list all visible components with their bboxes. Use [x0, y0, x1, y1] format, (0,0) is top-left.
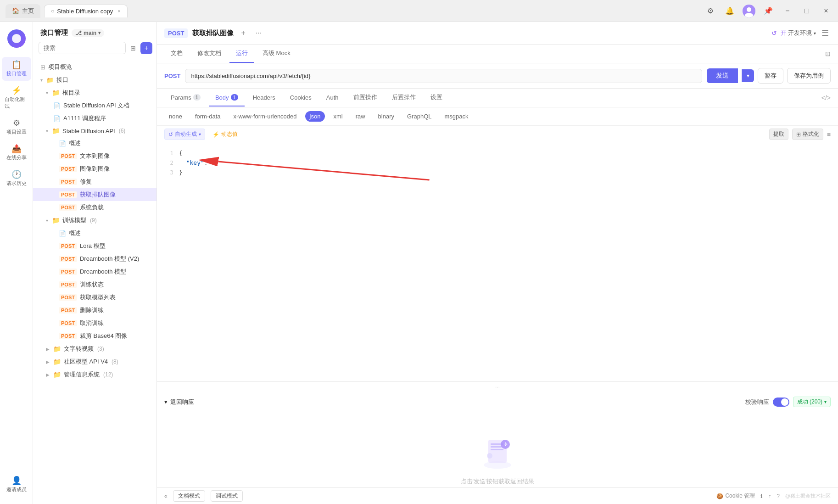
sidebar-item-auto-test[interactable]: ⚡ 自动化测试	[2, 83, 31, 113]
maximize-btn[interactable]: □	[800, 5, 813, 17]
tab-edit-docs[interactable]: 修改文档	[191, 45, 228, 63]
filter-icon[interactable]: ⊞	[128, 43, 138, 54]
tree-item-mgmt-system[interactable]: ▶ 📁 管理信息系统 (12)	[33, 368, 156, 381]
send-dropdown-btn[interactable]: ▾	[742, 69, 754, 82]
extract-button[interactable]: 提取	[769, 129, 788, 140]
subtab-raw[interactable]: raw	[351, 111, 370, 122]
sidebar-item-api-mgmt[interactable]: 📋 接口管理	[2, 57, 31, 81]
svg-point-9	[487, 453, 492, 459]
info-icon[interactable]: ℹ	[760, 493, 763, 499]
tab-headers[interactable]: Headers	[246, 90, 282, 106]
tab-advanced-mock[interactable]: 高级 Mock	[256, 45, 297, 63]
url-input[interactable]	[185, 69, 702, 83]
tree-item-text-to-image[interactable]: POST 文本到图像	[33, 150, 156, 162]
tree-item-lora[interactable]: POST Lora 模型	[33, 240, 156, 252]
subtab-x-www-form-urlencoded[interactable]: x-www-form-urlencoded	[229, 111, 302, 122]
tree-item-crop-base64[interactable]: POST 裁剪 Base64 图像	[33, 330, 156, 342]
tree-item-text-to-video[interactable]: ▶ 📁 文字转视频 (3)	[33, 342, 156, 355]
env-refresh-icon[interactable]: ↺	[771, 29, 777, 37]
tab-body[interactable]: Body 1	[209, 90, 245, 106]
tree-item-get-model-list[interactable]: POST 获取模型列表	[33, 291, 156, 304]
tab-run[interactable]: 运行	[229, 45, 254, 63]
settings-icon[interactable]: ⚙	[704, 5, 717, 17]
tree-item-community-api[interactable]: ▶ 📁 社区模型 API V4 (8)	[33, 355, 156, 368]
tree-item-train-status[interactable]: POST 训练状态	[33, 278, 156, 291]
tree-item-dreambooth[interactable]: POST Dreambooth 模型	[33, 265, 156, 278]
subtab-xml[interactable]: xml	[329, 111, 347, 122]
tree-item-overview2[interactable]: 📄 概述	[33, 227, 156, 240]
search-input[interactable]	[39, 42, 126, 54]
tree-item-delete-train[interactable]: POST 删除训练	[33, 304, 156, 317]
tab-active[interactable]: ○ Stable Diffusion copy ×	[44, 5, 128, 17]
tree-item-system-load[interactable]: POST 系统负载	[33, 201, 156, 214]
tab-post-ops[interactable]: 后置操作	[385, 89, 422, 107]
add-button[interactable]: +	[140, 42, 152, 54]
send-button[interactable]: 发送	[707, 68, 738, 83]
add-tab-btn[interactable]: +	[238, 27, 248, 39]
subtab-msgpack[interactable]: msgpack	[440, 111, 473, 122]
post-badge-fetch-queue: POST	[59, 191, 77, 198]
tree-item-a1111[interactable]: 📄 A1111 调度程序	[33, 112, 156, 125]
subtab-none[interactable]: none	[164, 111, 187, 122]
tab-close-icon[interactable]: ×	[117, 8, 120, 14]
tab-pre-ops[interactable]: 前置操作	[347, 89, 384, 107]
code-toggle-icon[interactable]: </>	[821, 94, 831, 101]
more-btn[interactable]: ···	[253, 27, 264, 39]
tab-home[interactable]: 🏠 主页	[6, 4, 40, 18]
bell-icon[interactable]: 🔔	[723, 5, 736, 17]
tree-item-fetch-queue[interactable]: POST 获取排队图像	[33, 188, 156, 201]
env-selector[interactable]: 开 开发环境 ▾	[781, 29, 816, 37]
auto-gen-button[interactable]: ↺ 自动生成 ▾	[164, 129, 205, 140]
doc-mode-button[interactable]: 文档模式	[173, 490, 205, 502]
subtab-json[interactable]: json	[305, 111, 325, 122]
sidebar-item-invite-member[interactable]: 👤 邀请成员	[2, 473, 31, 497]
tree-item-project-overview[interactable]: ⊞ 项目概览	[33, 61, 156, 73]
tab-settings[interactable]: 设置	[424, 89, 449, 107]
sidebar-item-project-settings[interactable]: ⚙ 项目设置	[2, 115, 31, 139]
tree-item-image-to-image[interactable]: POST 图像到图像	[33, 162, 156, 175]
tree-item-cancel-train[interactable]: POST 取消训练	[33, 317, 156, 330]
debug-mode-button[interactable]: 调试模式	[211, 490, 243, 502]
subtab-binary[interactable]: binary	[374, 111, 399, 122]
tab-docs[interactable]: 文档	[164, 45, 189, 63]
collapse-icon[interactable]: ▾	[164, 398, 168, 405]
tab-cookies[interactable]: Cookies	[284, 90, 318, 106]
dynamic-val-button[interactable]: ⚡ 动态值	[209, 129, 241, 140]
tree-item-sd-api-folder[interactable]: ▾ 📁 Stable Diffusion API (6)	[33, 125, 156, 137]
back-icon[interactable]: «	[164, 493, 168, 499]
minimize-btn[interactable]: −	[781, 5, 794, 17]
save-button[interactable]: 暂存	[758, 68, 783, 84]
post-badge-train-status: POST	[59, 281, 77, 288]
subtab-graphql[interactable]: GraphQL	[402, 111, 436, 122]
pin-icon[interactable]: 📌	[762, 5, 775, 17]
close-btn[interactable]: ×	[820, 5, 832, 17]
hamburger-icon[interactable]: ☰	[820, 26, 831, 40]
branch-selector[interactable]: ⎇ main ▾	[72, 29, 104, 37]
format-button[interactable]: ⊞ 格式化	[792, 129, 823, 140]
code-editor[interactable]: 1 { 2 "key": "" 3 }	[157, 143, 838, 235]
response-divider[interactable]: ···	[157, 382, 838, 392]
validate-toggle[interactable]	[773, 398, 789, 407]
avatar[interactable]	[743, 5, 755, 17]
search-row: ⊞ +	[33, 42, 156, 59]
help-icon[interactable]: ?	[777, 493, 780, 499]
tree-item-repair[interactable]: POST 修复	[33, 175, 156, 188]
sidebar-item-online-share[interactable]: 📤 在线分享	[2, 141, 31, 165]
success-badge[interactable]: 成功 (200) ▾	[793, 397, 831, 407]
tree-item-interface[interactable]: ▾ 📁 接口	[33, 73, 156, 86]
save-example-button[interactable]: 保存为用例	[787, 68, 831, 84]
content-header: POST 获取排队图像 + ··· ↺ 开 开发环境 ▾ ☰	[157, 22, 838, 45]
tree-item-train-model[interactable]: ▾ 📁 训练模型 (9)	[33, 214, 156, 227]
tree-item-overview[interactable]: 📄 概述	[33, 137, 156, 150]
tab-auth[interactable]: Auth	[320, 90, 345, 106]
tree-item-root[interactable]: ▾ 📁 根目录	[33, 86, 156, 99]
tree-item-dreambooth-v2[interactable]: POST Dreambooth 模型 (V2)	[33, 252, 156, 265]
tree-item-sd-api-doc[interactable]: 📄 Stable Diffusion API 文档	[33, 99, 156, 112]
list-icon[interactable]: ≡	[827, 131, 831, 138]
tab-params[interactable]: Params 1	[164, 90, 207, 106]
layout-toggle-icon[interactable]: ⊡	[825, 50, 831, 57]
subtab-form-data[interactable]: form-data	[190, 111, 225, 122]
share-icon[interactable]: ↑	[768, 493, 771, 499]
cookie-mgmt-btn[interactable]: 🍪 Cookie 管理	[716, 492, 755, 500]
sidebar-item-request-history[interactable]: 🕐 请求历史	[2, 167, 31, 190]
